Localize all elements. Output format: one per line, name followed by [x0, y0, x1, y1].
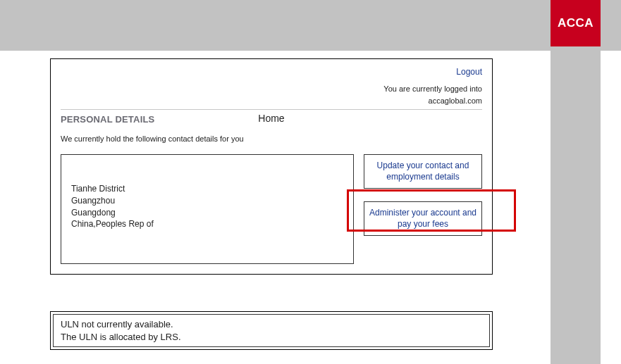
logged-in-text: You are currently logged into — [383, 84, 482, 93]
logged-in-status: You are currently logged into accaglobal… — [61, 83, 482, 106]
uln-line-1: ULN not currently available. — [61, 318, 482, 331]
logged-in-domain: accaglobal.com — [429, 96, 482, 105]
acca-logo: ACCA — [551, 0, 601, 46]
administer-account-button[interactable]: Administer your account and pay your fee… — [364, 201, 482, 236]
top-links: Logout — [61, 65, 482, 77]
address-line-4: China,Peoples Rep of — [71, 218, 343, 230]
uln-line-2: The ULN is allocated by LRS. — [61, 331, 482, 344]
top-banner: ACCA — [0, 0, 621, 51]
address-line-3: Guangdong — [71, 207, 343, 219]
uln-content: ULN not currently available. The ULN is … — [53, 314, 490, 347]
intro-text: We currently hold the following contact … — [61, 134, 482, 143]
divider — [61, 109, 482, 110]
address-line-2: Guangzhou — [71, 195, 343, 207]
update-details-button[interactable]: Update your contact and employment detai… — [364, 154, 482, 189]
uln-panel: ULN not currently available. The ULN is … — [50, 311, 493, 350]
address-box: Tianhe District Guangzhou Guangdong Chin… — [61, 154, 354, 264]
logo-text: ACCA — [558, 16, 594, 30]
address-line-1: Tianhe District — [71, 183, 343, 195]
action-buttons: Update your contact and employment detai… — [364, 154, 482, 236]
right-sidebar — [551, 51, 601, 364]
details-row: Tianhe District Guangzhou Guangdong Chin… — [61, 154, 482, 264]
main-panel: Logout You are currently logged into acc… — [50, 58, 493, 275]
logout-link[interactable]: Logout — [456, 67, 482, 77]
